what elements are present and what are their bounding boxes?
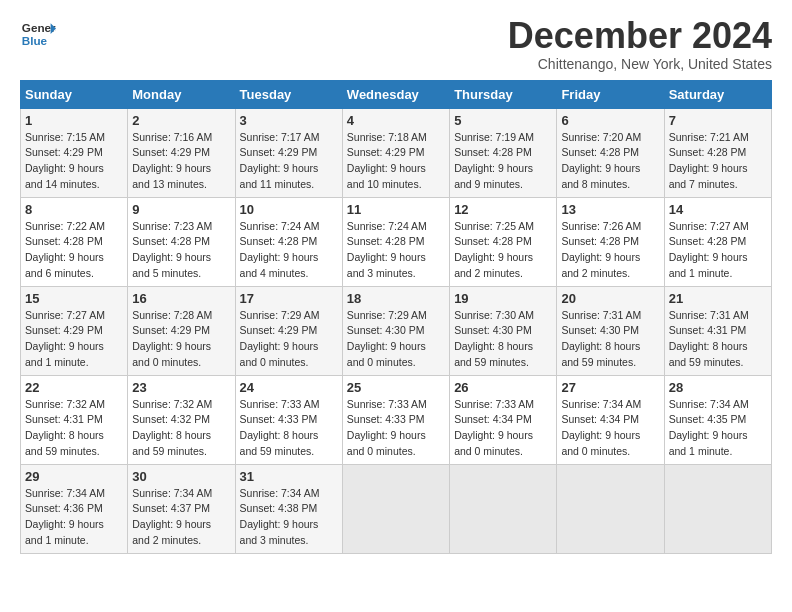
- calendar-cell: 16Sunrise: 7:28 AMSunset: 4:29 PMDayligh…: [128, 286, 235, 375]
- day-info: Sunrise: 7:29 AMSunset: 4:29 PMDaylight:…: [240, 309, 320, 368]
- calendar-cell: 19Sunrise: 7:30 AMSunset: 4:30 PMDayligh…: [450, 286, 557, 375]
- day-number: 31: [240, 469, 338, 484]
- dow-header: Wednesday: [342, 80, 449, 108]
- day-number: 25: [347, 380, 445, 395]
- page-header: General Blue December 2024 Chittenango, …: [20, 16, 772, 72]
- day-number: 27: [561, 380, 659, 395]
- day-number: 24: [240, 380, 338, 395]
- day-info: Sunrise: 7:30 AMSunset: 4:30 PMDaylight:…: [454, 309, 534, 368]
- calendar-cell: 27Sunrise: 7:34 AMSunset: 4:34 PMDayligh…: [557, 375, 664, 464]
- day-info: Sunrise: 7:34 AMSunset: 4:38 PMDaylight:…: [240, 487, 320, 546]
- day-info: Sunrise: 7:21 AMSunset: 4:28 PMDaylight:…: [669, 131, 749, 190]
- day-number: 9: [132, 202, 230, 217]
- calendar-cell: 12Sunrise: 7:25 AMSunset: 4:28 PMDayligh…: [450, 197, 557, 286]
- calendar-cell: 26Sunrise: 7:33 AMSunset: 4:34 PMDayligh…: [450, 375, 557, 464]
- day-number: 3: [240, 113, 338, 128]
- calendar-cell: 31Sunrise: 7:34 AMSunset: 4:38 PMDayligh…: [235, 464, 342, 553]
- title-block: December 2024 Chittenango, New York, Uni…: [508, 16, 772, 72]
- calendar-cell: 23Sunrise: 7:32 AMSunset: 4:32 PMDayligh…: [128, 375, 235, 464]
- month-title: December 2024: [508, 16, 772, 56]
- day-number: 12: [454, 202, 552, 217]
- day-number: 23: [132, 380, 230, 395]
- day-number: 13: [561, 202, 659, 217]
- svg-text:Blue: Blue: [22, 34, 48, 47]
- calendar-cell: 24Sunrise: 7:33 AMSunset: 4:33 PMDayligh…: [235, 375, 342, 464]
- day-info: Sunrise: 7:32 AMSunset: 4:32 PMDaylight:…: [132, 398, 212, 457]
- day-info: Sunrise: 7:27 AMSunset: 4:28 PMDaylight:…: [669, 220, 749, 279]
- day-info: Sunrise: 7:34 AMSunset: 4:37 PMDaylight:…: [132, 487, 212, 546]
- calendar-cell: 2Sunrise: 7:16 AMSunset: 4:29 PMDaylight…: [128, 108, 235, 197]
- calendar-cell: 30Sunrise: 7:34 AMSunset: 4:37 PMDayligh…: [128, 464, 235, 553]
- day-number: 16: [132, 291, 230, 306]
- calendar-cell: 1Sunrise: 7:15 AMSunset: 4:29 PMDaylight…: [21, 108, 128, 197]
- day-info: Sunrise: 7:24 AMSunset: 4:28 PMDaylight:…: [240, 220, 320, 279]
- day-number: 2: [132, 113, 230, 128]
- day-info: Sunrise: 7:25 AMSunset: 4:28 PMDaylight:…: [454, 220, 534, 279]
- day-info: Sunrise: 7:18 AMSunset: 4:29 PMDaylight:…: [347, 131, 427, 190]
- day-number: 22: [25, 380, 123, 395]
- empty-cell: [342, 464, 449, 553]
- calendar-cell: 21Sunrise: 7:31 AMSunset: 4:31 PMDayligh…: [664, 286, 771, 375]
- dow-header: Sunday: [21, 80, 128, 108]
- day-info: Sunrise: 7:33 AMSunset: 4:33 PMDaylight:…: [347, 398, 427, 457]
- day-number: 20: [561, 291, 659, 306]
- day-info: Sunrise: 7:34 AMSunset: 4:34 PMDaylight:…: [561, 398, 641, 457]
- day-number: 8: [25, 202, 123, 217]
- dow-header: Saturday: [664, 80, 771, 108]
- empty-cell: [557, 464, 664, 553]
- calendar-cell: 18Sunrise: 7:29 AMSunset: 4:30 PMDayligh…: [342, 286, 449, 375]
- calendar-cell: 15Sunrise: 7:27 AMSunset: 4:29 PMDayligh…: [21, 286, 128, 375]
- day-number: 10: [240, 202, 338, 217]
- day-number: 18: [347, 291, 445, 306]
- day-number: 4: [347, 113, 445, 128]
- day-number: 28: [669, 380, 767, 395]
- day-info: Sunrise: 7:28 AMSunset: 4:29 PMDaylight:…: [132, 309, 212, 368]
- calendar-cell: 13Sunrise: 7:26 AMSunset: 4:28 PMDayligh…: [557, 197, 664, 286]
- day-number: 30: [132, 469, 230, 484]
- logo: General Blue: [20, 16, 56, 52]
- calendar-cell: 10Sunrise: 7:24 AMSunset: 4:28 PMDayligh…: [235, 197, 342, 286]
- day-info: Sunrise: 7:23 AMSunset: 4:28 PMDaylight:…: [132, 220, 212, 279]
- day-info: Sunrise: 7:31 AMSunset: 4:31 PMDaylight:…: [669, 309, 749, 368]
- location-subtitle: Chittenango, New York, United States: [508, 56, 772, 72]
- dow-header: Monday: [128, 80, 235, 108]
- day-number: 26: [454, 380, 552, 395]
- logo-icon: General Blue: [20, 16, 56, 52]
- calendar-cell: 28Sunrise: 7:34 AMSunset: 4:35 PMDayligh…: [664, 375, 771, 464]
- day-info: Sunrise: 7:16 AMSunset: 4:29 PMDaylight:…: [132, 131, 212, 190]
- day-number: 1: [25, 113, 123, 128]
- day-number: 11: [347, 202, 445, 217]
- calendar-cell: 22Sunrise: 7:32 AMSunset: 4:31 PMDayligh…: [21, 375, 128, 464]
- empty-cell: [664, 464, 771, 553]
- calendar-cell: 29Sunrise: 7:34 AMSunset: 4:36 PMDayligh…: [21, 464, 128, 553]
- calendar-cell: 6Sunrise: 7:20 AMSunset: 4:28 PMDaylight…: [557, 108, 664, 197]
- day-info: Sunrise: 7:32 AMSunset: 4:31 PMDaylight:…: [25, 398, 105, 457]
- dow-header: Thursday: [450, 80, 557, 108]
- calendar-cell: 7Sunrise: 7:21 AMSunset: 4:28 PMDaylight…: [664, 108, 771, 197]
- calendar-cell: 20Sunrise: 7:31 AMSunset: 4:30 PMDayligh…: [557, 286, 664, 375]
- dow-header: Tuesday: [235, 80, 342, 108]
- day-info: Sunrise: 7:20 AMSunset: 4:28 PMDaylight:…: [561, 131, 641, 190]
- day-info: Sunrise: 7:34 AMSunset: 4:36 PMDaylight:…: [25, 487, 105, 546]
- empty-cell: [450, 464, 557, 553]
- day-number: 14: [669, 202, 767, 217]
- day-number: 6: [561, 113, 659, 128]
- calendar-cell: 14Sunrise: 7:27 AMSunset: 4:28 PMDayligh…: [664, 197, 771, 286]
- day-info: Sunrise: 7:27 AMSunset: 4:29 PMDaylight:…: [25, 309, 105, 368]
- calendar-cell: 17Sunrise: 7:29 AMSunset: 4:29 PMDayligh…: [235, 286, 342, 375]
- day-info: Sunrise: 7:15 AMSunset: 4:29 PMDaylight:…: [25, 131, 105, 190]
- day-number: 21: [669, 291, 767, 306]
- day-number: 17: [240, 291, 338, 306]
- calendar-cell: 5Sunrise: 7:19 AMSunset: 4:28 PMDaylight…: [450, 108, 557, 197]
- calendar-cell: 8Sunrise: 7:22 AMSunset: 4:28 PMDaylight…: [21, 197, 128, 286]
- day-number: 7: [669, 113, 767, 128]
- calendar-cell: 25Sunrise: 7:33 AMSunset: 4:33 PMDayligh…: [342, 375, 449, 464]
- day-info: Sunrise: 7:33 AMSunset: 4:33 PMDaylight:…: [240, 398, 320, 457]
- day-info: Sunrise: 7:33 AMSunset: 4:34 PMDaylight:…: [454, 398, 534, 457]
- day-info: Sunrise: 7:26 AMSunset: 4:28 PMDaylight:…: [561, 220, 641, 279]
- day-info: Sunrise: 7:22 AMSunset: 4:28 PMDaylight:…: [25, 220, 105, 279]
- day-number: 19: [454, 291, 552, 306]
- day-info: Sunrise: 7:34 AMSunset: 4:35 PMDaylight:…: [669, 398, 749, 457]
- calendar-cell: 9Sunrise: 7:23 AMSunset: 4:28 PMDaylight…: [128, 197, 235, 286]
- calendar-cell: 4Sunrise: 7:18 AMSunset: 4:29 PMDaylight…: [342, 108, 449, 197]
